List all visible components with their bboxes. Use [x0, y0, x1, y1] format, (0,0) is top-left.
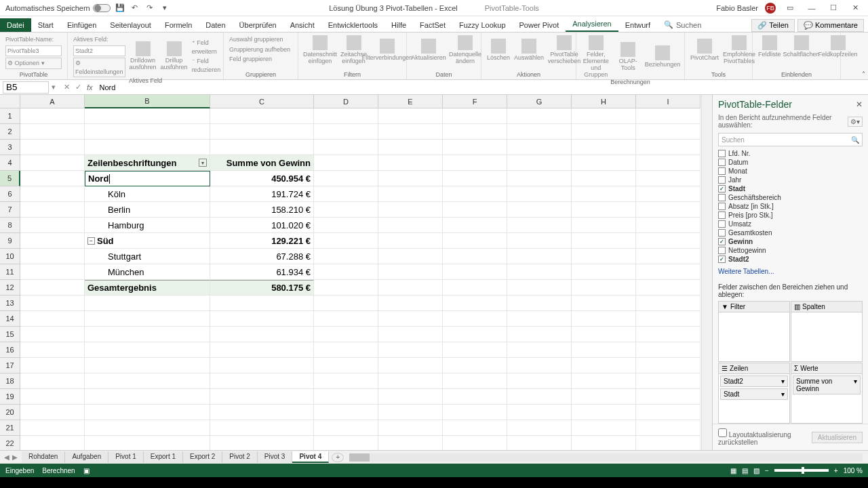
cell-D7[interactable]: [314, 202, 378, 218]
cell-D15[interactable]: [314, 327, 378, 342]
sheet-tab-pivot-2[interactable]: Pivot 2: [222, 451, 258, 463]
cell-F8[interactable]: [443, 218, 507, 233]
cell-G16[interactable]: [507, 342, 572, 358]
cell-D13[interactable]: [314, 296, 378, 311]
cell-I10[interactable]: [636, 249, 701, 264]
column-header-E[interactable]: E: [378, 95, 443, 108]
cell-E15[interactable]: [378, 327, 443, 342]
cell-B12[interactable]: Gesamtergebnis: [85, 280, 210, 296]
cell-F9[interactable]: [443, 233, 507, 249]
cell-F22[interactable]: [443, 436, 507, 450]
cell-B21[interactable]: [85, 420, 210, 436]
tab-factset[interactable]: FactSet: [413, 18, 452, 32]
cell-G2[interactable]: [507, 124, 572, 140]
group-selection-button[interactable]: Auswahl gruppieren: [229, 35, 292, 44]
cell-G6[interactable]: [507, 186, 572, 202]
search-button[interactable]: 🔍Suchen: [657, 18, 708, 32]
cell-G9[interactable]: [507, 233, 572, 249]
cell-E22[interactable]: [378, 436, 443, 450]
cell-C20[interactable]: [210, 405, 314, 420]
cell-D4[interactable]: [314, 155, 378, 171]
cell-E5[interactable]: [378, 171, 443, 186]
cell-E17[interactable]: [378, 358, 443, 373]
move-pivottable-button[interactable]: PivotTable verschieben: [548, 35, 580, 65]
cell-E3[interactable]: [378, 140, 443, 155]
cell-I6[interactable]: [636, 186, 701, 202]
field-gewinn[interactable]: ✓Gewinn: [718, 237, 863, 246]
cell-B18[interactable]: [85, 373, 210, 389]
cell-I14[interactable]: [636, 311, 701, 327]
sheet-tab-export-2[interactable]: Export 2: [183, 451, 222, 463]
cell-D19[interactable]: [314, 389, 378, 405]
row-header-14[interactable]: 14: [0, 311, 20, 327]
cell-F1[interactable]: [443, 108, 507, 124]
row-header-4[interactable]: 4: [0, 155, 20, 171]
cell-I21[interactable]: [636, 420, 701, 436]
cell-H3[interactable]: [572, 140, 636, 155]
cell-A7[interactable]: [20, 202, 85, 218]
cell-C19[interactable]: [210, 389, 314, 405]
tab-fuzzy lookup[interactable]: Fuzzy Lookup: [452, 18, 512, 32]
cell-G1[interactable]: [507, 108, 572, 124]
cell-F13[interactable]: [443, 296, 507, 311]
cell-B3[interactable]: [85, 140, 210, 155]
cell-D14[interactable]: [314, 311, 378, 327]
row-header-18[interactable]: 18: [0, 373, 20, 389]
rows-item[interactable]: Stadt▾: [720, 388, 788, 400]
column-header-C[interactable]: C: [210, 95, 314, 108]
column-header-H[interactable]: H: [572, 95, 636, 108]
cell-B14[interactable]: [85, 311, 210, 327]
cell-E12[interactable]: [378, 280, 443, 296]
row-header-20[interactable]: 20: [0, 405, 20, 420]
zoom-level[interactable]: 100 %: [844, 467, 863, 474]
row-header-10[interactable]: 10: [0, 249, 20, 264]
cell-A12[interactable]: [20, 280, 85, 296]
buttons-button[interactable]: Schaltflächen: [785, 35, 818, 58]
field-search-input[interactable]: Suchen 🔍: [718, 133, 863, 146]
tab-seitenlayout[interactable]: Seitenlayout: [103, 18, 158, 32]
tab-hilfe[interactable]: Hilfe: [384, 18, 413, 32]
cell-A6[interactable]: [20, 186, 85, 202]
cell-D11[interactable]: [314, 264, 378, 280]
cell-F3[interactable]: [443, 140, 507, 155]
row-header-7[interactable]: 7: [0, 202, 20, 218]
cell-B16[interactable]: [85, 342, 210, 358]
columns-area[interactable]: ▥Spalten: [791, 301, 863, 362]
view-break-icon[interactable]: ▧: [753, 467, 760, 474]
cell-B10[interactable]: Stuttgart: [85, 249, 210, 264]
cell-F4[interactable]: [443, 155, 507, 171]
cell-F17[interactable]: [443, 358, 507, 373]
cell-E9[interactable]: [378, 233, 443, 249]
expand-field-button[interactable]: ⁺ Feld erweitern: [192, 39, 221, 56]
clear-button[interactable]: Löschen: [487, 39, 510, 62]
select-button[interactable]: Auswählen: [514, 39, 544, 62]
cell-B19[interactable]: [85, 389, 210, 405]
cell-B22[interactable]: [85, 436, 210, 450]
undo-icon[interactable]: ↶: [130, 3, 140, 14]
cell-G20[interactable]: [507, 405, 572, 420]
column-header-F[interactable]: F: [443, 95, 507, 108]
cell-A19[interactable]: [20, 389, 85, 405]
field-monat[interactable]: Monat: [718, 167, 863, 176]
row-header-3[interactable]: 3: [0, 140, 20, 155]
cell-H10[interactable]: [572, 249, 636, 264]
cell-F2[interactable]: [443, 124, 507, 140]
active-field-input[interactable]: Stadt2: [73, 45, 125, 57]
cell-H5[interactable]: [572, 171, 636, 186]
tab-einfügen[interactable]: Einfügen: [60, 18, 103, 32]
cell-A22[interactable]: [20, 436, 85, 450]
cell-B13[interactable]: [85, 296, 210, 311]
cell-C18[interactable]: [210, 373, 314, 389]
cell-A14[interactable]: [20, 311, 85, 327]
olap-tools-button[interactable]: OLAP- Tools: [614, 42, 643, 72]
change-datasource-button[interactable]: Datenquelle ändern: [449, 35, 481, 65]
cell-H14[interactable]: [572, 311, 636, 327]
cell-A11[interactable]: [20, 264, 85, 280]
redo-icon[interactable]: ↷: [144, 3, 155, 14]
cell-E20[interactable]: [378, 405, 443, 420]
ribbon-mode-icon[interactable]: ▭: [783, 1, 797, 16]
cell-H11[interactable]: [572, 264, 636, 280]
cell-E19[interactable]: [378, 389, 443, 405]
save-icon[interactable]: 💾: [115, 3, 125, 14]
values-item[interactable]: Summe von Gewinn▾: [793, 375, 861, 394]
